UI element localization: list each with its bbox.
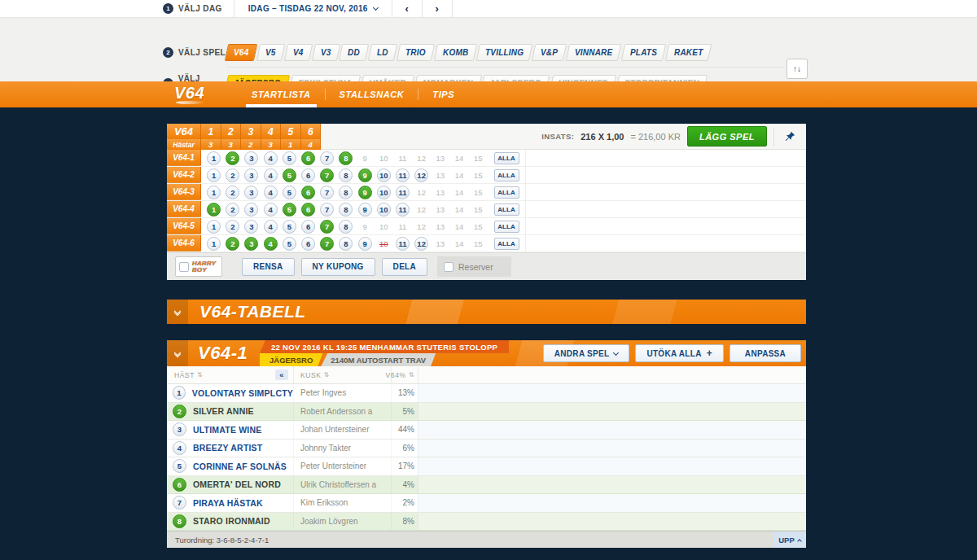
horse-number[interactable]: 7 [320,151,334,165]
select-all-button[interactable]: ALLA [494,169,519,182]
horse-number[interactable]: 3 [244,186,258,199]
horse-number-selected[interactable]: 7 [320,168,334,182]
date-selector[interactable]: IDAG – TISDAG 22 NOV, 2016 [234,0,392,17]
collapse-section-button[interactable] [167,300,188,324]
start-number[interactable]: 4 [173,441,186,455]
table-row[interactable]: 8STARO IRONMAIDJoakim Lövgren8% [167,513,806,532]
horse-number-selected[interactable]: 5 [283,203,296,217]
table-row[interactable]: 2SILVER ANNIERobert Andersson a5% [167,403,806,422]
horse-number-selected[interactable]: 4 [264,237,278,251]
reserve-toggle[interactable]: Reserver [437,256,511,277]
horse-number[interactable]: 8 [339,186,353,199]
game-tab-tvilling[interactable]: TVILLING [476,44,533,61]
start-number[interactable]: 7 [173,496,186,510]
horse-number[interactable]: 3 [244,168,258,182]
game-tab-vinnare[interactable]: VINNARE [566,44,622,61]
horse-number[interactable]: 4 [264,220,278,234]
horse-number[interactable]: 11 [396,237,410,251]
horse-number-selected[interactable]: 7 [320,237,334,251]
place-bet-button[interactable]: LÄGG SPEL [687,126,767,147]
game-tab-ld[interactable]: LD [368,44,397,61]
horse-number[interactable]: 2 [226,168,239,182]
game-tab-vp[interactable]: V&P [532,44,567,61]
customize-button[interactable]: ANPASSA [729,344,801,362]
select-all-button[interactable]: ALLA [494,186,519,199]
horse-number[interactable]: 6 [301,220,315,234]
horse-number[interactable]: 5 [283,151,296,165]
sort-toggle-button[interactable]: ↑↓ [786,59,808,79]
next-day-button[interactable]: › [423,0,452,17]
table-row[interactable]: 5CORINNE AF SOLNÄSPeter Untersteiner17% [167,457,806,476]
horse-number[interactable]: 6 [301,168,315,182]
share-button[interactable]: DELA [382,258,427,276]
game-tab-v64[interactable]: V64 [225,44,258,61]
horse-number-selected[interactable]: 8 [339,151,353,165]
horse-number[interactable]: 1 [207,237,221,251]
other-games-button[interactable]: ANDRA SPEL [543,344,630,362]
game-tab-v4[interactable]: V4 [284,44,313,61]
horse-number[interactable]: 12 [414,237,428,251]
game-tab-v5[interactable]: V5 [256,44,285,61]
game-tab-trio[interactable]: TRIO [396,44,435,61]
horse-number[interactable]: 3 [244,220,258,234]
horse-number[interactable]: 10 [377,168,391,182]
start-number-selected[interactable]: 6 [173,478,186,492]
horse-number[interactable]: 11 [396,203,410,217]
prev-day-button[interactable]: ‹ [392,0,422,17]
column-header-horse[interactable]: HÄST ⇅ « [167,366,293,383]
horse-number[interactable]: 1 [207,186,221,199]
horse-number[interactable]: 8 [339,168,353,182]
horse-number[interactable]: 12 [414,168,428,182]
start-number[interactable]: 3 [173,422,186,436]
horse-number-selected[interactable]: 2 [226,237,239,251]
horse-number-selected[interactable]: 6 [301,151,315,165]
horse-number[interactable]: 3 [244,151,258,165]
horse-number[interactable]: 8 [339,220,353,234]
horse-number[interactable]: 8 [339,203,353,217]
horse-number[interactable]: 9 [358,237,372,251]
horse-number[interactable]: 4 [264,168,278,182]
game-tab-raket[interactable]: RAKET [665,44,712,61]
horse-number[interactable]: 4 [264,203,278,217]
horse-number-selected[interactable]: 5 [283,168,296,182]
start-number-selected[interactable]: 2 [173,405,186,418]
table-row[interactable]: 6OMERTA' DEL NORDUlrik Christoffersen a4… [167,476,806,495]
select-all-button[interactable]: ALLA [494,152,519,164]
horse-number-selected[interactable]: 2 [226,151,239,165]
pin-icon[interactable] [781,131,799,142]
horse-number[interactable]: 9 [358,203,372,217]
table-row[interactable]: 4BREEZY ARTISTJohnny Takter6% [167,440,806,458]
horse-number[interactable]: 1 [207,168,221,182]
horse-number[interactable]: 1 [207,151,221,165]
select-all-button[interactable]: ALLA [494,203,519,216]
select-all-button[interactable]: ALLA [494,238,519,250]
horse-number-selected[interactable]: 9 [358,168,372,182]
tab-startlista[interactable]: STARTLISTA [238,81,325,107]
horse-number-selected[interactable]: 9 [358,186,372,199]
start-number[interactable]: 1 [173,386,186,400]
game-tab-dd[interactable]: DD [339,44,369,61]
horse-number[interactable]: 2 [226,220,239,234]
horse-number-selected[interactable]: 3 [244,237,258,251]
horse-number[interactable]: 10 [377,203,391,217]
scroll-up-button[interactable]: UPP [773,532,806,548]
horse-number-selected[interactable]: 6 [301,203,315,217]
column-header-driver[interactable]: KUSK ⇅ [293,366,391,383]
horse-number[interactable]: 1 [207,220,221,234]
table-row[interactable]: 3ULTIMATE WINEJohan Untersteiner44% [167,421,806,440]
horse-number[interactable]: 2 [226,203,239,217]
start-number[interactable]: 5 [173,459,186,473]
clear-button[interactable]: RENSA [242,258,295,276]
horse-number-selected[interactable]: 1 [207,203,221,217]
horse-number[interactable]: 5 [283,186,296,199]
table-row[interactable]: 1VOLONTARY SIMPLCTYPeter Ingves13% [167,384,806,403]
horse-number[interactable]: 10 [377,186,391,199]
expand-all-button[interactable]: UTÖKA ALLA + [635,344,724,362]
game-tab-komb[interactable]: KOMB [433,44,477,61]
table-row[interactable]: 7PIRAYA HÄSTAKKim Eriksson2% [167,494,806,513]
collapse-column-button[interactable]: « [275,370,288,380]
horse-number[interactable]: 5 [283,220,296,234]
tab-stallsnack[interactable]: STALLSNACK [326,81,418,107]
column-header-pct[interactable]: V64% ⇅ [391,366,418,383]
game-tab-plats[interactable]: PLATS [620,44,666,61]
